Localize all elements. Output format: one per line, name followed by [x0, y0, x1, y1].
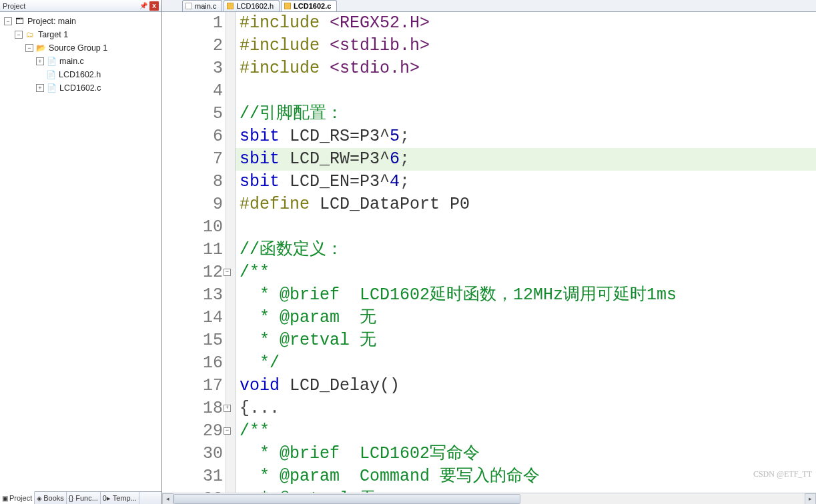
- tab-functions[interactable]: {} Func...: [67, 492, 101, 504]
- code-line[interactable]: * @brief LCD1602延时函数，12MHz调用可延时1ms: [236, 284, 816, 307]
- code-line[interactable]: #include <stdio.h>: [236, 57, 816, 80]
- fold-toggle[interactable]: −: [224, 269, 231, 276]
- code-line[interactable]: /**: [236, 420, 816, 443]
- watermark: CSDN @ETF_TT: [753, 469, 812, 479]
- code-line[interactable]: * @retval 无: [236, 488, 816, 493]
- tree-label: LCD1602.h: [59, 70, 101, 79]
- tab-project[interactable]: ▣Project: [0, 491, 35, 504]
- code-line[interactable]: {...: [236, 397, 816, 420]
- books-icon: ◈: [37, 495, 42, 502]
- code-editor[interactable]: 123456789101112−131415161718+29−303132 #…: [162, 12, 816, 493]
- code-line[interactable]: //引脚配置：: [236, 103, 816, 125]
- scroll-right-icon[interactable]: ▸: [805, 493, 816, 505]
- tree-file[interactable]: + 📄 LCD1602.c: [0, 81, 161, 95]
- horizontal-scrollbar[interactable]: ◂ ▸: [162, 493, 816, 504]
- expander-icon[interactable]: +: [36, 57, 44, 65]
- tree-file[interactable]: 📄 LCD1602.h: [0, 68, 161, 81]
- code-line[interactable]: void LCD_Delay(): [236, 375, 816, 397]
- code-line[interactable]: /**: [236, 261, 816, 284]
- file-tab-lcd1602h[interactable]: LCD1602.h: [224, 0, 280, 11]
- tree-group[interactable]: − 📂 Source Group 1: [0, 41, 161, 55]
- file-icon: [185, 3, 192, 9]
- c-file-icon: 📄: [46, 56, 57, 67]
- folder-icon: 🗂: [25, 29, 35, 40]
- close-icon[interactable]: x: [149, 1, 159, 11]
- code-line[interactable]: [236, 216, 816, 239]
- code-line[interactable]: #include <REGX52.H>: [236, 12, 816, 35]
- tab-books[interactable]: ◈Books: [35, 492, 67, 504]
- file-tab-strip: main.c LCD1602.h LCD1602.c: [162, 0, 816, 12]
- tree-label: main.c: [59, 57, 84, 66]
- code-line[interactable]: #define LCD_DataPort P0: [236, 193, 816, 216]
- code-line[interactable]: */: [236, 352, 816, 375]
- tree-file[interactable]: + 📄 main.c: [0, 55, 161, 68]
- tree-label: LCD1602.c: [59, 83, 101, 93]
- modified-icon: [284, 3, 291, 9]
- c-file-icon: 📄: [46, 83, 57, 93]
- code-line[interactable]: sbit LCD_EN=P3^4;: [236, 171, 816, 193]
- folder-icon: 📂: [35, 43, 46, 53]
- code-line[interactable]: * @retval 无: [236, 329, 816, 352]
- tree-label: Target 1: [38, 30, 68, 39]
- h-file-icon: 📄: [45, 69, 56, 80]
- expander-icon[interactable]: −: [4, 17, 12, 25]
- code-line[interactable]: [236, 80, 816, 103]
- fold-column: [225, 12, 235, 493]
- project-icon: 🗔: [14, 16, 25, 27]
- file-tab-lcd1602c[interactable]: LCD1602.c: [281, 0, 337, 11]
- code-line[interactable]: * @brief LCD1602写命令: [236, 443, 816, 465]
- scroll-thumb[interactable]: [173, 494, 520, 504]
- project-icon: ▣: [2, 495, 8, 502]
- scroll-left-icon[interactable]: ◂: [162, 493, 173, 505]
- panel-header: Project 📌 x: [0, 0, 161, 12]
- expander-icon[interactable]: +: [36, 84, 44, 92]
- code-line[interactable]: * @param 无: [236, 307, 816, 329]
- expander-icon[interactable]: −: [15, 31, 23, 39]
- tab-templates[interactable]: 0▸ Temp...: [101, 492, 139, 504]
- code-line[interactable]: * @param Command 要写入的命令: [236, 465, 816, 488]
- pin-icon[interactable]: 📌: [139, 1, 148, 11]
- tree-root[interactable]: − 🗔 Project: main: [0, 15, 161, 28]
- bottom-tabs: ▣Project ◈Books {} Func... 0▸ Temp...: [0, 491, 161, 504]
- code-line[interactable]: sbit LCD_RS=P3^5;: [236, 125, 816, 148]
- code-body[interactable]: #include <REGX52.H>#include <stdlib.h>#i…: [236, 12, 816, 493]
- tree-label: Source Group 1: [49, 43, 107, 53]
- line-gutter: 123456789101112−131415161718+29−303132: [162, 12, 236, 493]
- expander-icon[interactable]: −: [25, 44, 33, 52]
- fold-toggle[interactable]: −: [224, 427, 231, 435]
- tree-target[interactable]: − 🗂 Target 1: [0, 28, 161, 41]
- panel-title: Project: [3, 2, 137, 10]
- code-line[interactable]: //函数定义：: [236, 239, 816, 261]
- scroll-track[interactable]: [173, 493, 805, 505]
- fold-toggle[interactable]: +: [224, 405, 231, 412]
- modified-icon: [227, 3, 234, 9]
- file-tab-main[interactable]: main.c: [182, 0, 222, 11]
- editor-panel: main.c LCD1602.h LCD1602.c 1234567891011…: [162, 0, 816, 504]
- tree-label: Project: main: [27, 17, 76, 26]
- project-tree[interactable]: − 🗔 Project: main − 🗂 Target 1 − 📂 Sourc…: [0, 12, 161, 491]
- code-line[interactable]: #include <stdlib.h>: [236, 35, 816, 57]
- project-panel: Project 📌 x − 🗔 Project: main − 🗂 Target…: [0, 0, 162, 504]
